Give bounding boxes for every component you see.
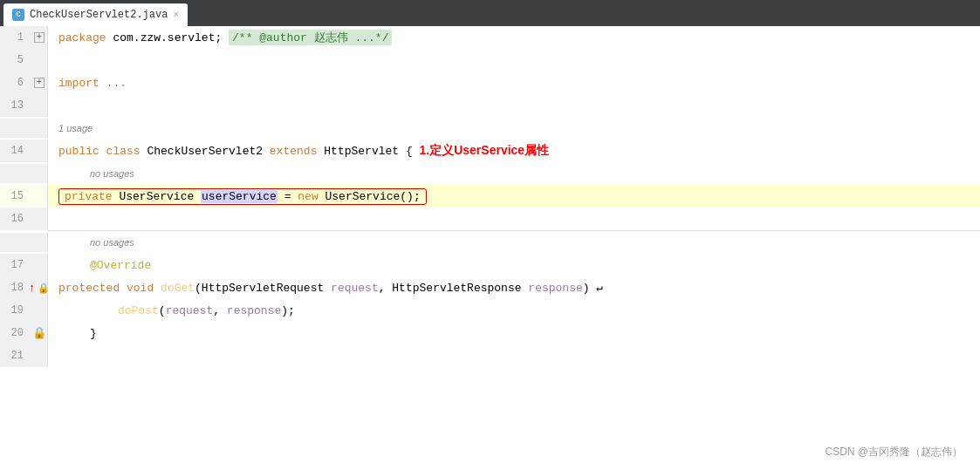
code-line: } [48,322,980,344]
table-row: 15 private UserService userService = new… [0,185,980,208]
code-line [48,94,980,117]
table-row: 6 + import ... [0,72,980,94]
fold-icon[interactable]: + [31,32,48,43]
table-row: 21 [0,344,980,367]
annotation-label: 1.定义UserService属性 [420,143,550,159]
watermark: CSDN @吉冈秀隆（赵志伟） [825,445,963,460]
line-number: 15 [0,190,31,202]
method-name: doGet [161,282,195,295]
code-line [48,208,980,230]
code-line [48,49,980,72]
code-line: doPost(request, response); [48,299,980,322]
code-line: public class CheckUserServlet2 extends H… [48,140,980,162]
fold-icon[interactable]: + [31,78,48,88]
code-area: 1 + package com.zzw.servlet; /** @author… [0,26,980,470]
table-row: 17 @Override [0,254,980,276]
usage-hint-row: 1 usage [0,117,980,140]
line-number: 1 [0,31,31,44]
table-row: 16 [0,208,980,230]
tab-filename: CheckUserServlet2.java [30,9,168,21]
line-number: 5 [0,54,31,66]
lock-icon: 🔒 [32,326,46,340]
up-arrow-icon: ↑ [29,282,36,295]
code-editor: 1 + package com.zzw.servlet; /** @author… [0,26,980,470]
code-line: protected void doGet(HttpServletRequest … [48,276,980,299]
line-number: 18 [0,282,31,294]
code-line [48,344,980,367]
table-row: 5 [0,49,980,72]
highlight-box: private UserService userService = new Us… [58,188,427,205]
usage-hint-row: no usages [0,162,980,185]
code-line: import ... [48,72,980,94]
no-usages-hint-2: no usages [90,237,134,248]
editor-window: C CheckUserServlet2.java × 1 + package c… [0,0,980,470]
table-row: 14 public class CheckUserServlet2 extend… [0,140,980,162]
table-row: 18 ↑ 🔒 protected void doGet(HttpServletR… [0,276,980,299]
keyword-span: package [58,31,113,44]
line-number: 16 [0,213,31,225]
line-number: 6 [0,77,31,89]
line-number: 21 [0,350,31,362]
line-number: 14 [0,145,31,157]
tab-close-button[interactable]: × [173,10,179,20]
line-number: 13 [0,99,31,112]
line-number: 19 [0,304,31,317]
no-usages-hint: no usages [90,168,134,179]
annotation-override: @Override [90,259,151,272]
line-number: 20 [0,327,31,339]
code-line: package com.zzw.servlet; /** @author 赵志伟… [48,26,980,49]
table-row: 13 [0,94,980,117]
table-row: 1 + package com.zzw.servlet; /** @author… [0,26,980,49]
code-line: private UserService userService = new Us… [48,185,980,208]
code-line: @Override [48,254,980,276]
file-type-icon: C [12,9,24,21]
line-number: 17 [0,259,31,271]
tab-bar: C CheckUserServlet2.java × [0,0,980,26]
usage-hint: 1 usage [58,123,93,133]
var-highlight: userService [201,190,278,203]
table-row: 19 doPost(request, response); [0,299,980,322]
comment-span: /** @author 赵志伟 ...*/ [229,30,392,45]
file-tab[interactable]: C CheckUserServlet2.java × [3,3,188,26]
table-row: 20 🔒 } [0,322,980,344]
usage-hint-row: no usages [0,231,980,254]
